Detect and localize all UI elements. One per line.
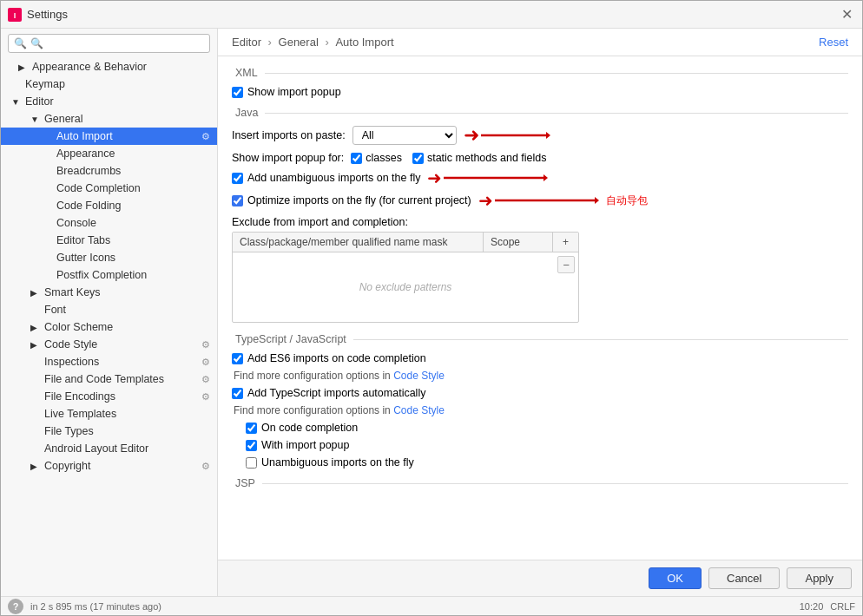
sidebar-item-label: General	[44, 113, 82, 125]
xml-show-import-popup-checkbox[interactable]	[232, 87, 243, 98]
svg-text:I: I	[14, 11, 16, 20]
right-panel: Editor › General › Auto Import Reset XML…	[218, 29, 862, 596]
sidebar-item-appearance[interactable]: Appearance	[1, 145, 217, 162]
sidebar-item-editor-tabs[interactable]: Editor Tabs	[1, 232, 217, 249]
ts-with-import-popup-label[interactable]: With import popup	[246, 439, 349, 451]
exclude-table: Class/package/member qualified name mask…	[232, 232, 579, 323]
red-arrow-svg-1	[481, 128, 550, 142]
arrow-icon: ▶	[30, 340, 41, 350]
exclude-table-body: No exclude patterns −	[233, 252, 578, 322]
sidebar-item-label: Smart Keys	[44, 286, 101, 298]
sidebar-item-code-style[interactable]: ▶ Code Style ⚙	[1, 336, 217, 353]
sidebar-item-gutter-icons[interactable]: Gutter Icons	[1, 249, 217, 266]
sidebar-item-file-encodings[interactable]: File Encodings ⚙	[1, 388, 217, 405]
optimize-imports-checkbox[interactable]	[232, 195, 243, 206]
ts-unambiguous-label[interactable]: Unambiguous imports on the fly	[246, 456, 414, 469]
arrow-icon: ▼	[11, 97, 22, 107]
add-unambiguous-checkbox[interactable]	[232, 173, 243, 184]
xml-section-header: XML	[232, 67, 848, 79]
arrow-annotation-3: ➜	[478, 192, 493, 209]
ts-add-auto-label[interactable]: Add TypeScript imports automatically	[232, 387, 425, 399]
ts-section-header: TypeScript / JavaScript	[232, 333, 848, 345]
sidebar-item-code-completion[interactable]: Code Completion	[1, 180, 217, 197]
ts-on-completion-checkbox[interactable]	[246, 423, 257, 434]
help-icon[interactable]: ?	[8, 599, 23, 614]
sidebar-item-label: Auto Import	[56, 130, 113, 142]
sidebar-item-label: File Types	[44, 425, 94, 437]
classes-checkbox-label[interactable]: classes	[351, 152, 402, 164]
xml-show-import-popup-label[interactable]: Show import popup	[232, 86, 341, 98]
sidebar-item-label: Appearance	[56, 147, 115, 160]
sidebar-item-editor[interactable]: ▼ Editor	[1, 93, 217, 110]
sidebar-item-file-types[interactable]: File Types	[1, 423, 217, 440]
no-patterns-text: No exclude patterns	[359, 281, 452, 293]
classes-checkbox[interactable]	[351, 153, 362, 164]
sidebar-item-console[interactable]: Console	[1, 214, 217, 232]
sidebar-item-label: Code Style	[44, 338, 97, 351]
svg-marker-7	[595, 197, 599, 204]
title-bar-text: Settings	[27, 8, 838, 21]
ts-es6-checkbox[interactable]	[232, 353, 243, 364]
search-box[interactable]: 🔍	[8, 34, 210, 53]
static-checkbox[interactable]	[412, 153, 424, 164]
jsp-section-header: JSP	[232, 477, 848, 489]
ts-with-import-popup-checkbox[interactable]	[246, 440, 257, 451]
exclude-actions: −	[557, 256, 575, 273]
breadcrumb-sep: ›	[268, 36, 275, 49]
main-content: 🔍 ▶ Appearance & Behavior Keymap ▼ Edito…	[1, 29, 862, 596]
sidebar-item-label: File and Code Templates	[44, 373, 164, 385]
sidebar-item-appearance-behavior[interactable]: ▶ Appearance & Behavior	[1, 58, 217, 75]
sidebar-item-file-code-templates[interactable]: File and Code Templates ⚙	[1, 370, 217, 388]
optimize-imports-label[interactable]: Optimize imports on the fly (for current…	[232, 194, 471, 206]
remove-pattern-button[interactable]: −	[557, 256, 575, 273]
static-checkbox-label[interactable]: static methods and fields	[412, 152, 547, 164]
sidebar-item-code-folding[interactable]: Code Folding	[1, 197, 217, 214]
col-name-header: Class/package/member qualified name mask	[233, 233, 483, 252]
ts-code-style-link-2[interactable]: Code Style	[393, 404, 445, 416]
sidebar-item-keymap[interactable]: Keymap	[1, 75, 217, 93]
sidebar-item-postfix-completion[interactable]: Postfix Completion	[1, 266, 217, 284]
gear-icon: ⚙	[201, 391, 210, 403]
sidebar-item-label: Appearance & Behavior	[32, 61, 147, 73]
ok-button[interactable]: OK	[649, 567, 702, 589]
insert-imports-row: Insert imports on paste: All Ask None ➜	[232, 126, 848, 145]
sidebar-item-breadcrumbs[interactable]: Breadcrumbs	[1, 162, 217, 180]
cancel-button[interactable]: Cancel	[708, 567, 780, 589]
status-message: in 2 s 895 ms (17 minutes ago)	[30, 601, 161, 612]
status-encoding: CRLF	[830, 601, 855, 612]
sidebar-item-color-scheme[interactable]: ▶ Color Scheme	[1, 318, 217, 336]
exclude-label: Exclude from import and completion:	[232, 216, 848, 228]
close-button[interactable]: ✕	[838, 6, 855, 23]
reset-button[interactable]: Reset	[819, 36, 848, 49]
sidebar-item-label: Font	[44, 304, 66, 316]
sidebar-item-copyright[interactable]: ▶ Copyright ⚙	[1, 457, 217, 475]
sidebar-item-label: Postfix Completion	[56, 269, 147, 281]
sidebar-item-inspections[interactable]: Inspections ⚙	[1, 353, 217, 370]
apply-button[interactable]: Apply	[787, 567, 852, 589]
breadcrumb-part-1: General	[279, 36, 319, 49]
sidebar-item-auto-import[interactable]: Auto Import ⚙	[1, 128, 217, 145]
ts-on-completion-label[interactable]: On code completion	[246, 422, 358, 434]
arrow-icon: ▼	[30, 115, 41, 124]
add-pattern-button[interactable]: +	[552, 233, 578, 252]
settings-window: I Settings ✕ 🔍 ▶ Appearance & Behavior K…	[0, 0, 863, 616]
arrow-icon: ▶	[30, 462, 41, 471]
sidebar-item-label: Color Scheme	[44, 321, 113, 333]
search-input[interactable]	[30, 37, 204, 49]
ts-es6-label[interactable]: Add ES6 imports on code completion	[232, 352, 426, 364]
sidebar-item-android-layout-editor[interactable]: Android Layout Editor	[1, 440, 217, 457]
ts-unambiguous-checkbox[interactable]	[246, 457, 257, 469]
ts-code-style-link-1[interactable]: Code Style	[393, 370, 445, 382]
sidebar-item-smart-keys[interactable]: ▶ Smart Keys	[1, 284, 217, 301]
sidebar-item-font[interactable]: Font	[1, 301, 217, 318]
add-unambiguous-label[interactable]: Add unambiguous imports on the fly	[232, 172, 420, 184]
sidebar-item-live-templates[interactable]: Live Templates	[1, 405, 217, 423]
insert-imports-dropdown[interactable]: All Ask None	[352, 126, 457, 145]
sidebar-item-general[interactable]: ▼ General	[1, 110, 217, 128]
panel-header: Editor › General › Auto Import Reset	[218, 29, 862, 56]
sidebar: 🔍 ▶ Appearance & Behavior Keymap ▼ Edito…	[1, 29, 218, 596]
ts-add-auto-checkbox[interactable]	[232, 388, 243, 399]
breadcrumb-part-2: Auto Import	[335, 36, 393, 49]
sidebar-item-label: Code Folding	[56, 200, 121, 212]
show-import-popup-row: Show import popup for: classes static me…	[232, 152, 848, 164]
